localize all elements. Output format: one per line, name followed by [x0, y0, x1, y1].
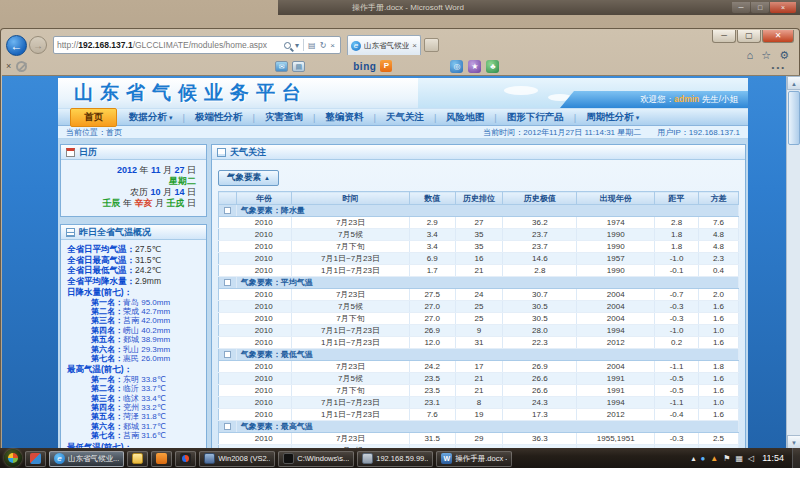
table-cell: 7月23日	[292, 289, 410, 301]
card-icon[interactable]: ▤	[292, 61, 305, 72]
table-row: 20107月23日31.52936.31955,1951-0.32.5	[219, 433, 739, 445]
taskbar-button-8[interactable]: W操作手册.docx -...	[436, 451, 512, 467]
network-icon[interactable]: ▦	[735, 454, 743, 463]
addon-bar-close-icon[interactable]: ×	[6, 61, 11, 71]
minimize-button[interactable]: ─	[712, 30, 736, 43]
table-row: 20107月5候23.52126.61991-0.51.6	[219, 373, 739, 385]
taskbar-clock[interactable]: 11:54	[760, 453, 792, 463]
overview-stat-0: 全省日平均气温：27.5℃	[67, 244, 206, 255]
addon-star-icon[interactable]: ★	[468, 60, 481, 73]
nav-item-5[interactable]: 天气关注	[380, 110, 430, 125]
checkbox[interactable]	[224, 351, 231, 358]
nav-item-4[interactable]: 整编资料	[319, 110, 369, 125]
address-bar[interactable]: http://192.168.137.1/GLCCLIMATE/modules/…	[53, 36, 341, 54]
row-spacer-cell	[219, 361, 237, 373]
page-scrollbar[interactable]: ▲ ▼	[786, 76, 800, 449]
table-cell: 7.6	[409, 409, 455, 421]
bing-logo[interactable]: bing	[353, 61, 376, 72]
hidden-icons-icon[interactable]: ▴	[691, 454, 695, 463]
taskbar-button-1[interactable]: e山东省气候业...	[49, 451, 124, 467]
checkbox[interactable]	[224, 279, 231, 286]
table-cell: 30.7	[503, 289, 577, 301]
close-icon[interactable]: ×	[770, 2, 796, 13]
scroll-down-arrow-icon[interactable]: ▼	[787, 435, 800, 449]
nav-item-7[interactable]: 图形下行产品	[501, 110, 570, 125]
alert-icon[interactable]: ▲	[710, 454, 718, 463]
antivirus-icon[interactable]: ●	[700, 454, 705, 463]
mail-icon[interactable]: ✉	[275, 61, 288, 72]
volume-icon[interactable]: ◁	[748, 454, 754, 463]
table-group-row[interactable]: 气象要素：最高气温	[219, 421, 739, 433]
maximize-icon[interactable]: □	[751, 2, 769, 13]
checkbox[interactable]	[224, 207, 231, 214]
tools-gear-icon[interactable]: ⚙	[779, 49, 789, 62]
scrollbar-thumb[interactable]	[788, 91, 800, 145]
refresh-icon[interactable]: ↻	[318, 41, 329, 50]
action-center-icon[interactable]: ⚑	[723, 454, 730, 463]
table-cell: 2.9	[409, 217, 455, 229]
rank-label: 第七名：	[91, 354, 123, 363]
table-cell: 2010	[236, 301, 292, 313]
taskbar-button-0[interactable]	[25, 451, 46, 467]
table-cell: 7月23日	[292, 433, 410, 445]
checkbox[interactable]	[224, 423, 231, 430]
nav-item-2[interactable]: 极端性分析	[189, 110, 249, 125]
addon-share-icon[interactable]: ♣	[486, 60, 499, 73]
table-cell: 24.3	[503, 397, 577, 409]
forward-button[interactable]: →	[29, 36, 47, 54]
blocked-content-icon[interactable]	[16, 61, 27, 72]
table-cell: 1955,1951	[577, 433, 655, 445]
browser-tab[interactable]: e 山东省气候业务平... ×	[347, 35, 421, 55]
favorites-star-icon[interactable]: ☆	[761, 49, 771, 62]
tab-close-icon[interactable]: ×	[412, 41, 417, 50]
table-cell: 1990	[577, 265, 655, 277]
show-desktop-button[interactable]	[792, 448, 800, 468]
table-row: 20107月5候3.43523.719901.84.8	[219, 229, 739, 241]
chevron-down-icon[interactable]: ▾	[293, 41, 301, 50]
table-group-row[interactable]: 气象要素：最低气温	[219, 349, 739, 361]
close-button[interactable]: ✕	[762, 30, 794, 43]
back-button[interactable]: ←	[6, 35, 27, 56]
nav-item-1[interactable]: 数据分析▾	[123, 110, 179, 125]
calendar-text: 日	[184, 165, 196, 175]
browser-addon-row: × ✉ ▤ bing P ◎ ★ ♣ •••	[6, 57, 794, 75]
compatibility-view-icon[interactable]: ▤	[306, 41, 318, 50]
table-group-row[interactable]: 气象要素：降水量	[219, 205, 739, 217]
row-spacer-cell	[219, 217, 237, 229]
maximize-button[interactable]: ▢	[737, 30, 761, 43]
nav-item-3[interactable]: 灾害查询	[259, 110, 309, 125]
taskbar-button-5[interactable]: Win2008 (VS2...	[199, 451, 275, 467]
bing-p-icon[interactable]: P	[380, 60, 392, 72]
element-filter-button[interactable]: 气象要素 ▲	[218, 170, 279, 186]
nav-item-0[interactable]: 首页	[70, 108, 117, 127]
taskbar-button-7[interactable]: 192.168.59.99...	[357, 451, 433, 467]
status-right: 当前时间：2012年11月27日 11:14:31 星期二 用户IP：192.1…	[483, 127, 740, 138]
start-button[interactable]	[4, 449, 22, 467]
taskbar-button-label: 192.168.59.99...	[376, 454, 428, 463]
addon-camera-icon[interactable]: ◎	[450, 60, 463, 73]
minimize-icon[interactable]: ─	[732, 2, 750, 13]
stop-icon[interactable]: ×	[328, 41, 337, 50]
chevron-down-icon: ▾	[636, 114, 640, 121]
taskbar-button-4[interactable]	[175, 451, 196, 467]
table-group-row[interactable]: 气象要素：平均气温	[219, 277, 739, 289]
ie-icon: e	[351, 41, 361, 51]
main-panel: 天气关注 气象要素 ▲	[211, 144, 746, 449]
column-header-1: 时间	[292, 192, 410, 205]
taskbar-button-3[interactable]	[151, 451, 172, 467]
taskbar-button-label: C:\Windows\s...	[297, 454, 349, 463]
search-icon[interactable]	[284, 42, 291, 49]
table-cell: -0.3	[655, 433, 699, 445]
scroll-up-arrow-icon[interactable]: ▲	[787, 76, 800, 90]
home-icon[interactable]: ⌂	[747, 49, 754, 62]
nav-item-6[interactable]: 风险地图	[440, 110, 490, 125]
table-cell: 31	[455, 337, 503, 349]
taskbar-button-2[interactable]	[127, 451, 148, 467]
table-cell: 1.6	[698, 313, 738, 325]
new-tab-button[interactable]	[424, 38, 439, 52]
nav-item-8[interactable]: 周期性分析▾	[580, 110, 645, 125]
taskbar-button-6[interactable]: C:\Windows\s...	[278, 451, 354, 467]
more-options-icon[interactable]: •••	[772, 63, 786, 72]
calendar-text: 年	[137, 165, 151, 175]
rank-value: 青岛 95.0mm	[123, 298, 170, 307]
